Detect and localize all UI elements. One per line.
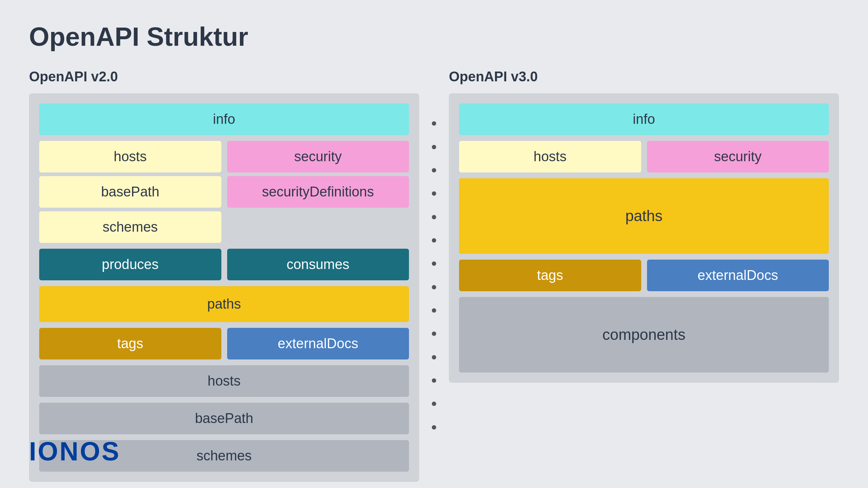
v2-hosts-bottom-cell: hosts	[39, 365, 409, 397]
v2-info-cell: info	[39, 103, 409, 135]
divider-dot-1	[432, 121, 436, 126]
divider-dot-7	[432, 261, 436, 266]
v3-tags-externaldocs-row: tags externalDocs	[459, 260, 829, 291]
v2-diagram: info hosts basePath schemes security sec…	[29, 93, 419, 482]
v2-tags-externaldocs-row: tags externalDocs	[39, 328, 409, 359]
v2-hosts-cell: hosts	[39, 141, 221, 172]
v3-hosts-security-row: hosts security	[459, 141, 829, 172]
v2-paths-cell: paths	[39, 286, 409, 322]
ionos-logo: IONOS	[29, 436, 120, 466]
divider-dot-6	[432, 238, 436, 243]
v2-label: OpenAPI v2.0	[29, 69, 419, 85]
v2-security-definitions-cell: securityDefinitions	[227, 176, 409, 208]
v3-diagram: info hosts security paths tags externalD…	[449, 93, 839, 383]
v2-schemes-cell: schemes	[39, 211, 221, 243]
v2-tags-cell: tags	[39, 328, 221, 359]
v3-externaldocs-cell: externalDocs	[647, 260, 829, 291]
divider-dot-3	[432, 168, 436, 172]
v2-produces-consumes-row: produces consumes	[39, 249, 409, 280]
v2-basepath-cell: basePath	[39, 176, 221, 208]
v2-basepath-bottom-cell: basePath	[39, 403, 409, 434]
v3-hosts-cell: hosts	[459, 141, 641, 172]
v2-right-col: security securityDefinitions	[227, 141, 409, 243]
v2-column: OpenAPI v2.0 info hosts basePath schemes…	[29, 69, 419, 482]
page-title: OpenAPI Struktur	[29, 22, 839, 52]
v2-consumes-cell: consumes	[227, 249, 409, 280]
v3-column: OpenAPI v3.0 info hosts security paths t…	[449, 69, 839, 383]
v3-components-cell: components	[459, 297, 829, 373]
divider-dot-11	[432, 355, 436, 359]
v3-tags-cell: tags	[459, 260, 641, 291]
divider-dot-4	[432, 191, 436, 196]
divider-dot-8	[432, 285, 436, 289]
divider-dot-14	[432, 425, 436, 430]
v3-info-cell: info	[459, 103, 829, 135]
v2-externaldocs-cell: externalDocs	[227, 328, 409, 359]
v2-produces-cell: produces	[39, 249, 221, 280]
v3-paths-cell: paths	[459, 178, 829, 254]
v2-security-cell: security	[227, 141, 409, 172]
column-divider	[434, 69, 434, 482]
comparison-columns: OpenAPI v2.0 info hosts basePath schemes…	[29, 69, 839, 482]
v3-label: OpenAPI v3.0	[449, 69, 839, 85]
v2-left-col: hosts basePath schemes	[39, 141, 221, 243]
divider-dot-5	[432, 215, 436, 219]
divider-dot-2	[432, 145, 436, 149]
v2-middle-area: hosts basePath schemes security security…	[39, 141, 409, 243]
divider-dot-13	[432, 402, 436, 406]
divider-dot-12	[432, 378, 436, 383]
divider-dot-10	[432, 332, 436, 336]
divider-dot-9	[432, 308, 436, 313]
v3-security-cell: security	[647, 141, 829, 172]
